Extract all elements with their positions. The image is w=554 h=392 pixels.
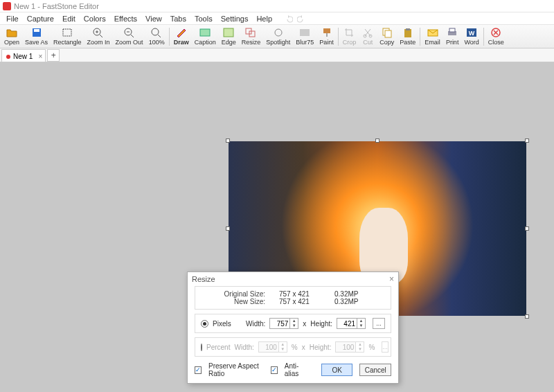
toolbar-separator [169,28,170,46]
percent-panel: Percent Width: ▲▼ % x Height: ▲▼ % ... [195,337,391,357]
height-pc-spinner: ▲▼ [356,341,364,353]
width-px-spinner[interactable]: ▲▼ [290,318,298,329]
antialias-checkbox[interactable]: ✓ [271,366,278,374]
resize-handle-ne[interactable] [525,139,529,143]
toolbar-email-label: Email [425,39,440,46]
width-pc-spinner: ▲▼ [279,341,287,353]
height-label: Height: [310,320,332,328]
toolbar-edge-button[interactable]: Edge [219,25,239,48]
height-pc-label: Height: [310,344,332,351]
toolbar-zoomin-button[interactable]: Zoom In [84,25,113,48]
px-presets-button[interactable]: ... [373,318,385,329]
preserve-ratio-checkbox[interactable]: ✓ [195,366,202,374]
menu-tools[interactable]: Tools [191,14,216,24]
toolbar-draw-button[interactable]: Draw [171,25,192,48]
toolbar-caption-button[interactable]: Caption [192,25,219,48]
window-title: New 1 - FastStone Editor [14,2,99,10]
x-separator: x [303,320,306,328]
ok-button[interactable]: OK [321,364,353,376]
new-size-label: New Size: [217,298,265,305]
width-px-input[interactable] [269,318,290,329]
redo-icon[interactable] [297,15,305,23]
new-tab-button[interactable]: + [47,49,60,62]
toolbar-open-label: Open [4,39,19,46]
resize-handle-nw[interactable] [226,139,230,143]
height-px-input[interactable] [337,318,357,329]
toolbar-separator [420,28,420,46]
svg-rect-6 [200,29,210,36]
paste-icon [402,27,414,38]
svg-rect-11 [300,29,310,36]
toolbar-edge-label: Edge [222,39,236,46]
pixels-panel: Pixels Width: ▲▼ x Height: ▲▼ ... [195,314,391,333]
toolbar-crop-button: Crop [340,25,359,48]
undo-icon[interactable] [285,15,293,23]
svg-rect-16 [385,30,391,37]
menu-help[interactable]: Help [253,14,276,24]
svg-text:W: W [469,30,475,37]
svg-rect-12 [323,28,330,33]
pixels-radio[interactable] [201,320,208,328]
resize-handle-se[interactable] [525,314,529,319]
resize-icon [244,27,257,38]
toolbar-resize-label: Resize [242,39,261,46]
draw-icon [175,27,188,38]
tab-close-icon[interactable]: × [39,53,43,60]
toolbar-print-button[interactable]: Print [443,25,462,48]
new-size-value: 757 x 421 [279,298,321,305]
menu-capture[interactable]: Capture [24,14,57,24]
toolbar-rect-button[interactable]: Rectangle [51,25,84,48]
toolbar: OpenSave AsRectangleZoom InZoom Out100%D… [0,25,554,48]
height-px-spinner[interactable]: ▲▼ [357,318,366,329]
toolbar-copy-button[interactable]: Copy [377,25,397,48]
toolbar-open-button[interactable]: Open [1,25,22,48]
cancel-button[interactable]: Cancel [359,364,391,376]
width-pc-label: Width: [234,344,253,351]
preserve-ratio-label: Preserve Aspect Ratio [208,362,264,377]
width-pc-input [258,341,279,353]
toolbar-blur-button[interactable]: Blur75 [293,25,316,48]
open-icon [6,27,18,38]
resize-handle-e[interactable] [525,226,529,231]
svg-rect-21 [449,28,455,32]
svg-point-5 [152,28,159,35]
toolbar-spot-label: Spotlight [266,39,290,46]
toolbar-copy-label: Copy [379,39,394,46]
toolbar-saveas-button[interactable]: Save As [22,25,51,48]
cut-icon [361,27,374,38]
menu-view[interactable]: View [142,14,166,24]
percent-label: Percent [206,344,230,351]
toolbar-resize-button[interactable]: Resize [239,25,264,48]
menu-colors[interactable]: Colors [80,14,109,24]
close-icon [490,27,502,38]
resize-handle-w[interactable] [226,226,230,231]
resize-handle-n[interactable] [375,139,379,143]
toolbar-spot-button[interactable]: Spotlight [263,25,293,48]
svg-point-10 [275,29,282,36]
dialog-titlebar[interactable]: Resize × [188,272,398,286]
dialog-close-icon[interactable]: × [389,274,394,284]
menu-settings[interactable]: Settings [217,14,252,24]
toolbar-close-button[interactable]: Close [485,25,507,48]
pixels-label: Pixels [213,320,242,328]
toolbar-email-button[interactable]: Email [422,25,443,48]
menu-file[interactable]: File [3,14,22,24]
blur-icon [298,27,311,38]
menu-effects[interactable]: Effects [111,14,141,24]
toolbar-z100-button[interactable]: 100% [146,25,168,48]
menu-edit[interactable]: Edit [59,14,79,24]
toolbar-paste-button[interactable]: Paste [397,25,418,48]
spot-icon [272,27,285,38]
tabstrip: New 1 × + [0,48,554,62]
original-size-mp: 0.32MP [334,290,369,298]
toolbar-word-button[interactable]: WWord [461,25,481,48]
toolbar-separator [483,28,484,46]
document-tab[interactable]: New 1 × [1,49,46,62]
caption-icon [199,27,211,38]
toolbar-caption-label: Caption [195,39,216,46]
toolbar-paint-button[interactable]: Paint [316,25,337,48]
percent-radio[interactable] [201,344,202,351]
toolbar-zoomout-button[interactable]: Zoom Out [113,25,146,48]
menu-tabs[interactable]: Tabs [167,14,190,24]
resize-dialog: Resize × Original Size: 757 x 421 0.32MP… [187,271,399,384]
